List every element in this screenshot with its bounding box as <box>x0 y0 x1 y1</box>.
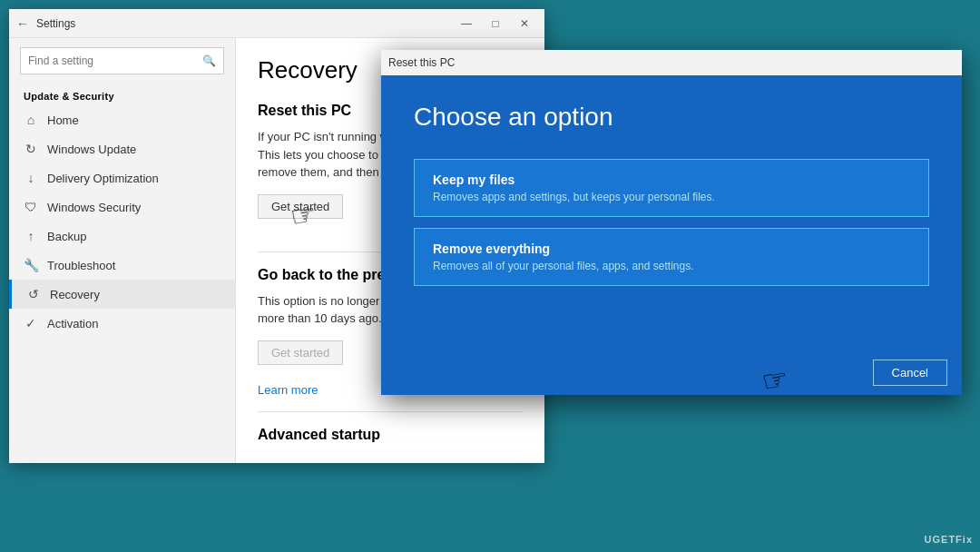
section-divider-2 <box>258 411 523 412</box>
search-icon: 🔍 <box>202 54 216 67</box>
sidebar-item-troubleshoot[interactable]: 🔧 Troubleshoot <box>9 251 235 280</box>
security-icon: 🛡 <box>24 200 38 214</box>
sidebar-item-home[interactable]: ⌂ Home <box>9 105 235 134</box>
keep-files-button[interactable]: Keep my files Removes apps and settings,… <box>414 159 929 217</box>
sidebar-item-activation-label: Activation <box>47 317 98 330</box>
sidebar-item-delivery-optimization[interactable]: ↓ Delivery Optimization <box>9 163 235 192</box>
reset-dialog-heading: Choose an option <box>414 103 929 132</box>
activation-icon: ✓ <box>24 316 38 330</box>
backup-icon: ↑ <box>24 229 38 243</box>
remove-everything-button[interactable]: Remove everything Removes all of your pe… <box>414 228 929 286</box>
cancel-button[interactable]: Cancel <box>873 360 947 386</box>
reset-dialog: Reset this PC Choose an option Keep my f… <box>381 50 962 395</box>
sidebar-item-activation[interactable]: ✓ Activation <box>9 309 235 338</box>
sidebar-item-windows-security-label: Windows Security <box>47 201 141 214</box>
keep-files-desc: Removes apps and settings, but keeps you… <box>433 191 910 203</box>
back-button[interactable]: ← <box>16 16 29 31</box>
sidebar-item-delivery-optimization-label: Delivery Optimization <box>47 172 159 185</box>
sidebar-item-backup[interactable]: ↑ Backup <box>9 222 235 251</box>
watermark: UGETFix <box>925 534 973 545</box>
sidebar-item-home-label: Home <box>47 113 79 127</box>
sidebar: 🔍 Update & Security ⌂ Home ↻ Windows Upd… <box>9 38 236 463</box>
sidebar-item-troubleshoot-label: Troubleshoot <box>47 259 115 272</box>
remove-everything-title: Remove everything <box>433 242 910 256</box>
reset-dialog-title: Reset this PC <box>388 56 455 69</box>
sidebar-item-windows-update[interactable]: ↻ Windows Update <box>9 134 235 163</box>
keep-files-title: Keep my files <box>433 172 910 187</box>
title-bar-left: ← Settings <box>16 16 75 31</box>
remove-everything-desc: Removes all of your personal files, apps… <box>433 260 910 272</box>
reset-dialog-body: Choose an option Keep my files Removes a… <box>381 75 962 350</box>
title-bar-controls: — □ ✕ <box>454 15 537 33</box>
delivery-icon: ↓ <box>24 171 38 185</box>
sidebar-item-recovery[interactable]: ↺ Recovery <box>9 280 235 309</box>
maximize-button[interactable]: □ <box>483 15 508 33</box>
troubleshoot-icon: 🔧 <box>24 258 38 272</box>
recovery-icon: ↺ <box>26 287 41 301</box>
window-title: Settings <box>36 17 75 30</box>
reset-get-started-button[interactable]: Get started <box>258 194 343 219</box>
reset-dialog-footer: Cancel <box>381 350 962 395</box>
advanced-startup-title: Advanced startup <box>258 427 523 443</box>
title-bar: ← Settings — □ ✕ <box>9 9 544 38</box>
home-icon: ⌂ <box>24 113 38 127</box>
sidebar-section-title: Update & Security <box>9 84 235 105</box>
sidebar-item-recovery-label: Recovery <box>50 288 100 301</box>
go-back-get-started-button[interactable]: Get started <box>258 340 343 365</box>
search-input[interactable] <box>28 54 202 67</box>
update-icon: ↻ <box>24 142 38 156</box>
sidebar-item-backup-label: Backup <box>47 230 86 243</box>
search-box[interactable]: 🔍 <box>20 47 224 74</box>
reset-dialog-titlebar: Reset this PC <box>381 50 962 75</box>
sidebar-item-windows-update-label: Windows Update <box>47 143 136 156</box>
minimize-button[interactable]: — <box>454 15 479 33</box>
sidebar-item-windows-security[interactable]: 🛡 Windows Security <box>9 192 235 222</box>
close-button[interactable]: ✕ <box>512 15 537 33</box>
